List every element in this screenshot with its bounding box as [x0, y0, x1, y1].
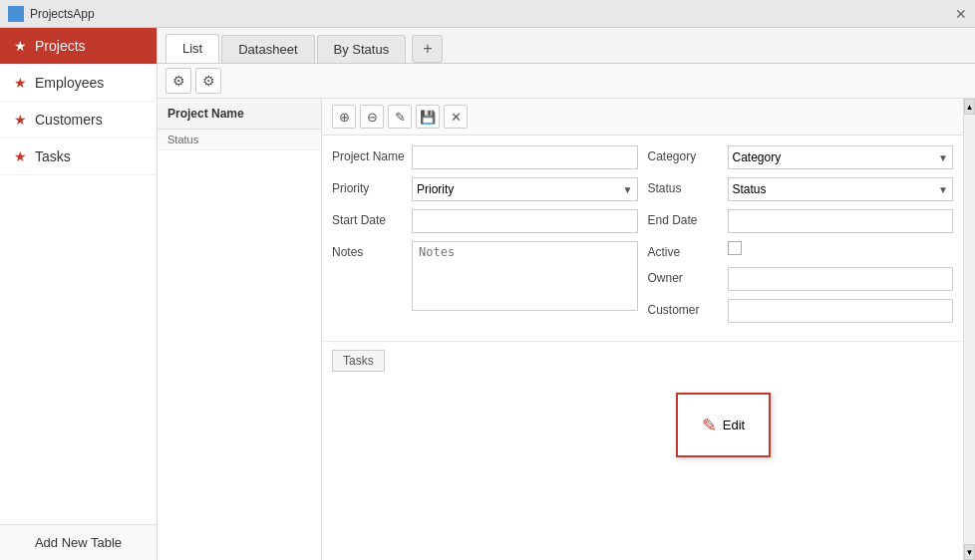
close-record-button[interactable]: ✕	[444, 105, 468, 129]
category-select-arrow: ▼	[934, 152, 952, 163]
toolbar: ⚙ ⚙	[158, 64, 975, 99]
start-date-input[interactable]	[412, 209, 638, 233]
priority-select[interactable]: Priority High Medium Low	[413, 180, 619, 198]
tab-bystatus[interactable]: By Status	[317, 35, 407, 63]
close-button[interactable]: ✕	[955, 6, 967, 22]
record-toolbar: ⊕ ⊖ ✎ 💾 ✕	[322, 99, 963, 136]
edit-record-icon: ✎	[395, 110, 406, 125]
list-panel: Project Name Status	[158, 99, 322, 560]
category-label: Category	[648, 145, 728, 163]
settings-button[interactable]: ⚙	[165, 68, 191, 94]
customer-label: Customer	[648, 299, 728, 317]
form-container: Project Name Priority Priority High Medi…	[322, 136, 963, 341]
category-select[interactable]: Category	[729, 148, 935, 166]
sidebar-item-employees[interactable]: ★ Employees	[0, 65, 157, 102]
field-row-active: Active	[648, 241, 954, 259]
detail-panel: ⊕ ⊖ ✎ 💾 ✕	[322, 99, 963, 560]
project-name-input[interactable]	[412, 145, 638, 169]
app-icon	[8, 6, 24, 22]
edit-popup[interactable]: ✎ Edit	[676, 393, 771, 457]
title-bar: ProjectsApp ✕	[0, 0, 975, 28]
star-icon-employees: ★	[14, 75, 27, 91]
status-label: Status	[648, 177, 728, 195]
owner-label: Owner	[648, 267, 728, 285]
edit-record-button[interactable]: ✎	[388, 105, 412, 129]
field-row-notes: Notes	[332, 241, 638, 311]
sidebar-item-projects-label: Projects	[35, 38, 86, 54]
priority-label: Priority	[332, 177, 412, 195]
close-record-icon: ✕	[451, 110, 462, 125]
edit-popup-icon: ✎	[702, 415, 717, 436]
sidebar-item-projects[interactable]: ★ Projects	[0, 28, 157, 65]
main-split: Project Name Status ⊕ ⊖ ✎	[158, 99, 975, 560]
field-row-customer: Customer	[648, 299, 954, 323]
sidebar-item-tasks[interactable]: ★ Tasks	[0, 139, 157, 175]
settings-icon: ⚙	[172, 73, 185, 89]
notes-label: Notes	[332, 241, 412, 259]
app-title: ProjectsApp	[30, 7, 95, 21]
start-date-label: Start Date	[332, 209, 412, 227]
customer-input[interactable]	[728, 299, 954, 323]
share-button[interactable]: ⚙	[195, 68, 221, 94]
tab-datasheet[interactable]: Datasheet	[221, 35, 314, 63]
scrollbar: ▲ ▼	[963, 99, 975, 560]
star-icon-customers: ★	[14, 112, 27, 128]
tabs-bar: List Datasheet By Status +	[158, 28, 975, 64]
status-select-wrapper: Status ▼	[728, 177, 954, 201]
priority-select-arrow: ▼	[619, 184, 637, 195]
tab-add-button[interactable]: +	[412, 35, 443, 63]
add-record-icon: ⊕	[339, 110, 350, 125]
sidebar-item-employees-label: Employees	[35, 75, 104, 91]
status-select-arrow: ▼	[934, 184, 952, 195]
project-name-label: Project Name	[332, 145, 412, 163]
sidebar-item-customers[interactable]: ★ Customers	[0, 102, 157, 139]
star-icon-projects: ★	[14, 38, 27, 54]
category-select-wrapper: Category ▼	[728, 145, 954, 169]
field-row-start-date: Start Date	[332, 209, 638, 233]
end-date-input[interactable]	[728, 209, 954, 233]
save-record-icon: 💾	[420, 110, 436, 125]
scroll-down-button[interactable]: ▼	[964, 544, 975, 560]
form-left-column: Project Name Priority Priority High Medi…	[332, 145, 648, 331]
tab-list[interactable]: List	[165, 34, 219, 63]
field-row-owner: Owner	[648, 267, 954, 291]
field-row-category: Category Category ▼	[648, 145, 954, 169]
owner-input[interactable]	[728, 267, 954, 291]
field-row-status: Status Status ▼	[648, 177, 954, 201]
delete-record-button[interactable]: ⊖	[360, 105, 384, 129]
sidebar-item-tasks-label: Tasks	[35, 148, 71, 164]
star-icon-tasks: ★	[14, 148, 27, 164]
list-status-header: Status	[158, 130, 321, 150]
scroll-up-button[interactable]: ▲	[964, 99, 975, 115]
content-area: List Datasheet By Status + ⚙ ⚙ Project N…	[158, 28, 975, 560]
active-checkbox[interactable]	[728, 241, 742, 255]
add-new-table-button[interactable]: Add New Table	[0, 525, 157, 560]
save-record-button[interactable]: 💾	[416, 105, 440, 129]
sidebar-item-customers-label: Customers	[35, 112, 103, 128]
sidebar: ★ Projects ★ Employees ★ Customers ★ Tas…	[0, 28, 158, 560]
status-select[interactable]: Status	[729, 180, 935, 198]
edit-popup-label: Edit	[723, 418, 745, 432]
end-date-label: End Date	[648, 209, 728, 227]
tasks-section: Tasks	[322, 341, 963, 380]
field-row-end-date: End Date	[648, 209, 954, 233]
field-row-project-name: Project Name	[332, 145, 638, 169]
priority-select-wrapper: Priority High Medium Low ▼	[412, 177, 638, 201]
add-record-button[interactable]: ⊕	[332, 105, 356, 129]
form-right-column: Category Category ▼ Status	[648, 145, 954, 331]
field-row-priority: Priority Priority High Medium Low ▼	[332, 177, 638, 201]
delete-record-icon: ⊖	[367, 110, 378, 125]
tasks-label[interactable]: Tasks	[332, 350, 385, 372]
active-label: Active	[648, 241, 728, 259]
notes-input[interactable]	[412, 241, 638, 311]
sidebar-bottom: Add New Table	[0, 524, 157, 560]
share-icon: ⚙	[202, 73, 215, 89]
list-project-name-header: Project Name	[158, 99, 321, 130]
app-container: ★ Projects ★ Employees ★ Customers ★ Tas…	[0, 28, 975, 560]
